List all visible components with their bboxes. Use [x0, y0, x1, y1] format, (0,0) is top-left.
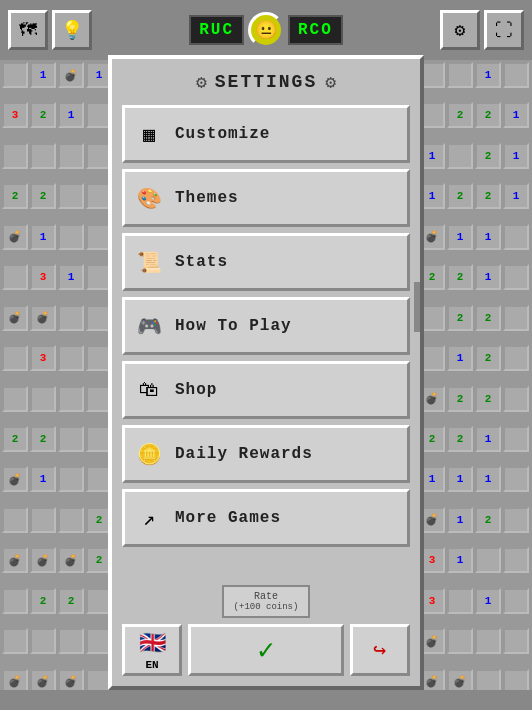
board-cell[interactable]: 2 — [58, 588, 84, 614]
close-button[interactable]: ↩ — [350, 624, 410, 676]
board-cell[interactable] — [447, 588, 473, 614]
board-cell[interactable] — [30, 386, 56, 412]
board-cell[interactable] — [503, 628, 529, 654]
board-cell[interactable]: 1 — [30, 62, 56, 88]
board-cell[interactable] — [30, 143, 56, 169]
board-cell[interactable]: 2 — [475, 305, 501, 331]
menu-item-customize[interactable]: ▦Customize — [122, 105, 410, 163]
board-cell[interactable] — [30, 507, 56, 533]
settings-button[interactable]: ⚙ — [440, 10, 480, 50]
confirm-button[interactable]: ✓ — [188, 624, 344, 676]
board-cell[interactable] — [503, 547, 529, 573]
board-cell[interactable] — [503, 466, 529, 492]
board-cell[interactable] — [447, 628, 473, 654]
board-cell[interactable] — [58, 507, 84, 533]
board-cell[interactable]: 2 — [475, 102, 501, 128]
board-cell[interactable]: 2 — [30, 183, 56, 209]
board-cell[interactable] — [503, 507, 529, 533]
board-cell[interactable]: 2 — [447, 102, 473, 128]
board-cell[interactable] — [2, 264, 28, 290]
board-cell[interactable]: 1 — [503, 102, 529, 128]
board-cell[interactable] — [447, 62, 473, 88]
board-cell[interactable] — [58, 305, 84, 331]
board-cell[interactable]: 💣 — [30, 305, 56, 331]
board-cell[interactable] — [2, 588, 28, 614]
board-cell[interactable]: 💣 — [30, 547, 56, 573]
board-cell[interactable]: 2 — [447, 426, 473, 452]
board-cell[interactable]: 2 — [30, 426, 56, 452]
board-cell[interactable]: 1 — [447, 345, 473, 371]
board-cell[interactable]: 1 — [447, 507, 473, 533]
board-cell[interactable]: 1 — [475, 466, 501, 492]
board-cell[interactable]: 3 — [2, 102, 28, 128]
board-cell[interactable] — [2, 62, 28, 88]
board-cell[interactable]: 3 — [30, 345, 56, 371]
board-cell[interactable]: 1 — [30, 466, 56, 492]
menu-item-howtoplay[interactable]: 🎮How To Play — [122, 297, 410, 355]
board-cell[interactable]: 1 — [447, 466, 473, 492]
board-cell[interactable] — [58, 224, 84, 250]
board-cell[interactable] — [475, 628, 501, 654]
language-button[interactable]: 🇬🇧 EN — [122, 624, 182, 676]
board-cell[interactable] — [447, 143, 473, 169]
board-cell[interactable]: 2 — [475, 143, 501, 169]
board-cell[interactable] — [503, 345, 529, 371]
board-cell[interactable] — [2, 628, 28, 654]
menu-item-themes[interactable]: 🎨Themes — [122, 169, 410, 227]
board-cell[interactable]: 2 — [2, 183, 28, 209]
board-cell[interactable]: 2 — [475, 507, 501, 533]
board-cell[interactable]: 1 — [30, 224, 56, 250]
board-cell[interactable]: 1 — [58, 102, 84, 128]
board-cell[interactable]: 2 — [30, 102, 56, 128]
light-button[interactable]: 💡 — [52, 10, 92, 50]
board-cell[interactable]: 2 — [475, 386, 501, 412]
board-cell[interactable]: 1 — [475, 588, 501, 614]
menu-item-dailyrewards[interactable]: 🪙Daily Rewards — [122, 425, 410, 483]
board-cell[interactable]: 2 — [475, 345, 501, 371]
board-cell[interactable]: 2 — [447, 386, 473, 412]
menu-item-stats[interactable]: 📜Stats — [122, 233, 410, 291]
board-cell[interactable] — [58, 426, 84, 452]
map-button[interactable]: 🗺 — [8, 10, 48, 50]
board-cell[interactable] — [58, 466, 84, 492]
board-cell[interactable] — [58, 143, 84, 169]
fullscreen-button[interactable]: ⛶ — [484, 10, 524, 50]
board-cell[interactable]: 1 — [447, 547, 473, 573]
board-cell[interactable]: 1 — [58, 264, 84, 290]
board-cell[interactable]: 💣 — [58, 62, 84, 88]
face-button[interactable]: 😐 — [248, 12, 284, 48]
board-cell[interactable]: 2 — [30, 588, 56, 614]
board-cell[interactable] — [58, 345, 84, 371]
board-cell[interactable]: 2 — [447, 264, 473, 290]
rate-box[interactable]: Rate (+100 coins) — [222, 585, 311, 618]
board-cell[interactable]: 2 — [2, 426, 28, 452]
board-cell[interactable] — [503, 264, 529, 290]
menu-item-moregames[interactable]: ↗More Games — [122, 489, 410, 547]
board-cell[interactable]: 2 — [447, 305, 473, 331]
board-cell[interactable] — [2, 143, 28, 169]
board-cell[interactable]: 💣 — [2, 305, 28, 331]
board-cell[interactable]: 💣 — [58, 547, 84, 573]
menu-item-shop[interactable]: 🛍Shop — [122, 361, 410, 419]
board-cell[interactable] — [475, 547, 501, 573]
board-cell[interactable] — [503, 588, 529, 614]
board-cell[interactable]: 💣 — [2, 466, 28, 492]
board-cell[interactable] — [30, 628, 56, 654]
board-cell[interactable] — [2, 507, 28, 533]
board-cell[interactable]: 1 — [475, 62, 501, 88]
board-cell[interactable] — [503, 426, 529, 452]
board-cell[interactable]: 2 — [475, 183, 501, 209]
board-cell[interactable]: 1 — [503, 183, 529, 209]
board-cell[interactable]: 1 — [475, 224, 501, 250]
board-cell[interactable] — [503, 224, 529, 250]
board-cell[interactable] — [2, 386, 28, 412]
board-cell[interactable] — [2, 345, 28, 371]
board-cell[interactable]: 1 — [475, 264, 501, 290]
board-cell[interactable] — [503, 386, 529, 412]
board-cell[interactable] — [503, 62, 529, 88]
board-cell[interactable]: 2 — [447, 183, 473, 209]
board-cell[interactable]: 💣 — [2, 224, 28, 250]
board-cell[interactable]: 1 — [475, 426, 501, 452]
board-cell[interactable]: 1 — [503, 143, 529, 169]
board-cell[interactable] — [58, 628, 84, 654]
